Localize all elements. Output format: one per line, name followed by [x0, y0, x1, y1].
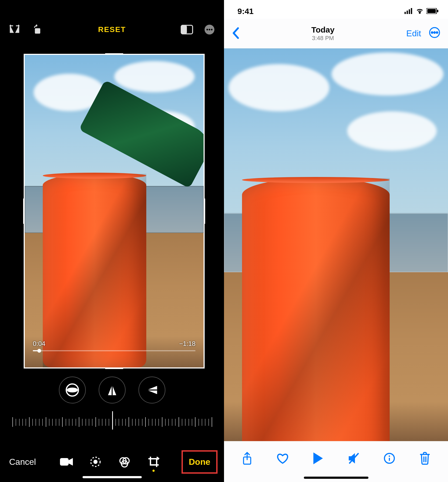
svg-rect-0 [35, 28, 40, 34]
viewer-title-sub: 3:48 PM [311, 35, 335, 42]
editor-screen: RESET [0, 0, 224, 482]
elapsed-time: 0:04 [33, 340, 45, 348]
viewer-screen: 9:41 Today 3:48 PM E [224, 0, 448, 482]
horizontal-perspective-tool[interactable] [138, 377, 165, 403]
trash-icon[interactable] [417, 450, 433, 466]
svg-rect-2 [181, 25, 187, 34]
svg-rect-20 [411, 8, 412, 14]
battery-icon [426, 7, 438, 16]
svg-point-5 [209, 29, 210, 30]
status-time: 9:41 [237, 7, 254, 16]
svg-point-25 [431, 32, 433, 33]
status-bar: 9:41 [224, 0, 448, 19]
mute-icon[interactable] [346, 450, 362, 466]
adjust-mode-icon[interactable] [89, 455, 102, 469]
svg-rect-19 [409, 9, 410, 14]
crop-preview[interactable]: 0:04 −1:18 [24, 54, 205, 368]
svg-rect-10 [147, 389, 157, 391]
svg-point-13 [94, 460, 97, 463]
editor-photo [25, 55, 204, 367]
reset-button[interactable]: RESET [98, 25, 126, 34]
viewer-topbar: Today 3:48 PM Edit [224, 19, 448, 48]
svg-rect-11 [60, 458, 69, 466]
cellular-icon [404, 7, 413, 16]
home-indicator [304, 477, 368, 479]
viewer-title-main: Today [311, 25, 335, 35]
svg-point-6 [211, 29, 212, 30]
cancel-button[interactable]: Cancel [6, 452, 39, 472]
svg-point-27 [436, 32, 438, 33]
svg-rect-22 [427, 9, 436, 13]
svg-point-8 [67, 388, 77, 392]
svg-point-26 [434, 32, 435, 33]
straighten-tool[interactable] [59, 377, 86, 403]
more-icon[interactable] [203, 23, 216, 36]
more-icon[interactable] [429, 27, 440, 41]
home-indicator [83, 476, 142, 478]
vertical-perspective-tool[interactable] [99, 377, 126, 403]
svg-rect-9 [112, 385, 113, 395]
flip-horizontal-icon[interactable] [8, 23, 21, 36]
remaining-time: −1:18 [179, 340, 195, 348]
back-button[interactable] [232, 27, 240, 40]
filters-mode-icon[interactable] [118, 455, 131, 469]
angle-ruler[interactable] [12, 414, 212, 430]
crop-mode-icon[interactable] [147, 455, 160, 469]
viewer-bottombar [224, 442, 448, 482]
video-scrubber[interactable]: 0:04 −1:18 [33, 340, 195, 351]
wifi-icon [416, 7, 424, 16]
aspect-ratio-icon[interactable] [180, 23, 193, 36]
done-button[interactable]: Done [182, 450, 218, 474]
viewer-title: Today 3:48 PM [311, 25, 335, 42]
perspective-tools [0, 377, 224, 403]
svg-rect-23 [437, 10, 438, 12]
info-icon[interactable] [381, 450, 397, 466]
viewer-photo[interactable] [224, 48, 448, 441]
svg-point-31 [389, 455, 390, 457]
video-mode-icon[interactable] [60, 455, 73, 469]
share-icon[interactable] [239, 450, 255, 466]
editor-topbar: RESET [0, 0, 224, 43]
svg-rect-17 [404, 12, 406, 14]
rotate-icon[interactable] [31, 23, 44, 36]
svg-rect-18 [407, 10, 408, 14]
svg-point-4 [207, 29, 208, 30]
play-icon[interactable] [310, 450, 326, 466]
edit-button[interactable]: Edit [406, 29, 421, 38]
heart-icon[interactable] [275, 450, 291, 466]
